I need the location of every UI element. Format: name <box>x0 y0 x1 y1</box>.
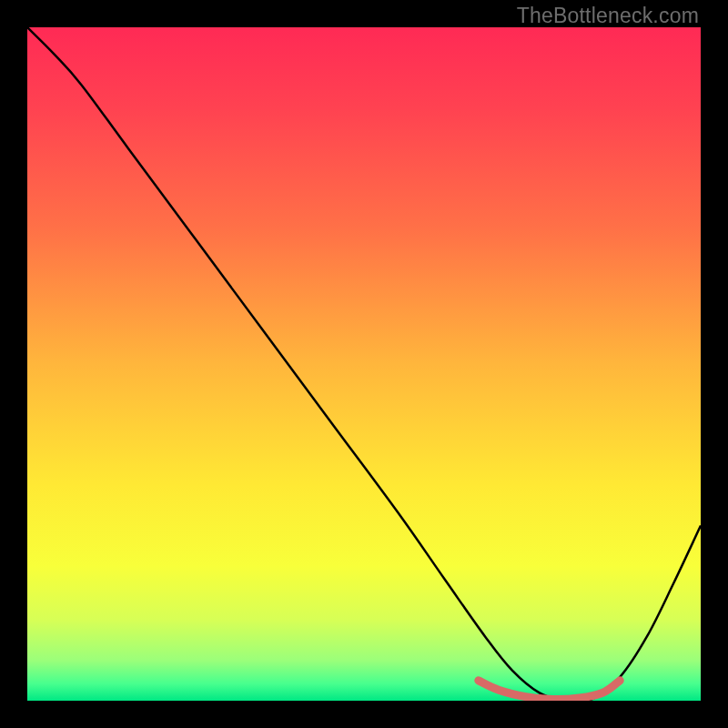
chart-background <box>27 27 701 701</box>
bottleneck-chart <box>27 27 701 701</box>
watermark-text: TheBottleneck.com <box>517 4 699 28</box>
chart-frame <box>27 27 701 701</box>
